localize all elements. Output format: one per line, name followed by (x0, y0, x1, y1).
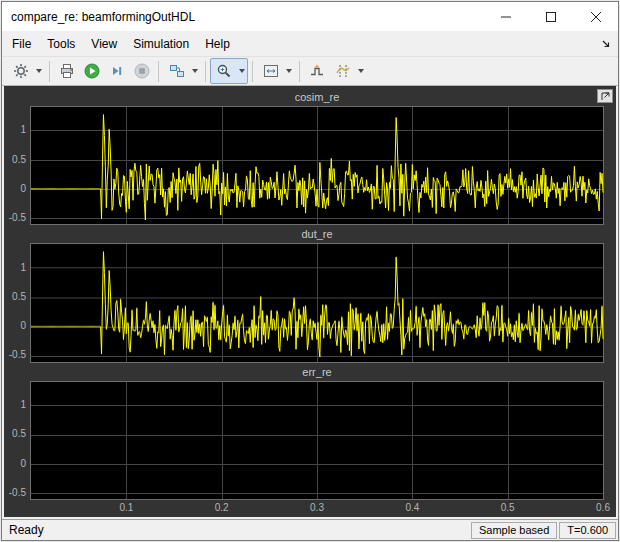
menu-tools[interactable]: Tools (39, 33, 83, 55)
menu-file[interactable]: File (4, 33, 39, 55)
signal-trace-canvas[interactable] (30, 106, 604, 225)
signal-selector-icon (169, 63, 185, 79)
print-button[interactable] (54, 59, 79, 83)
y-axis-labels: 10.50-0.5 (4, 381, 30, 500)
x-axis-labels: 0.10.20.30.40.50.6 (4, 500, 616, 517)
measurements-dropdown[interactable] (355, 59, 366, 83)
signal-selector-split-button (163, 58, 201, 84)
x-tick-label: 0.5 (495, 502, 521, 513)
toolbar-separator (49, 61, 50, 82)
signal-selector-button[interactable] (164, 59, 189, 83)
stop-icon (134, 63, 150, 79)
x-tick-label: 0.6 (590, 502, 616, 513)
x-tick-label: 0.4 (399, 502, 425, 513)
minimize-icon (501, 12, 511, 22)
y-tick-label: 0.5 (12, 291, 26, 303)
maximize-icon (546, 12, 556, 22)
x-tick-label: 0.2 (209, 502, 235, 513)
printer-icon (59, 63, 75, 79)
zoom-button[interactable] (211, 59, 236, 83)
x-tick-label: 0.1 (113, 502, 139, 513)
status-text: Ready (9, 523, 44, 537)
scope-window: compare_re: beamformingOutHDL File Tools… (1, 1, 619, 541)
toolbar-separator (205, 61, 206, 82)
statusbar: Ready Sample based T=0.600 (2, 519, 618, 540)
scope-display-area: cosim_re 10.50-0.5 dut_re 10.50-0.5 err_… (2, 86, 618, 519)
zoom-split-button (210, 58, 248, 84)
maximize-axes-icon[interactable] (597, 89, 613, 103)
toolbar-separator (252, 61, 253, 82)
plot-title: dut_re (4, 225, 616, 243)
plot-axes[interactable] (30, 243, 604, 362)
y-tick-label: 0 (20, 458, 26, 470)
fit-to-view-icon (263, 63, 279, 79)
play-icon (84, 63, 100, 79)
close-button[interactable] (573, 2, 618, 31)
zoom-dropdown[interactable] (236, 59, 247, 83)
plot-axes[interactable] (30, 106, 604, 225)
calipers-icon (335, 63, 351, 79)
y-tick-label: 1 (20, 262, 26, 274)
magnifier-icon (216, 63, 232, 79)
y-tick-label: -0.5 (9, 212, 26, 224)
caret-down-icon (239, 69, 245, 73)
plot-title: err_re (4, 363, 616, 381)
signal-selector-dropdown[interactable] (189, 59, 200, 83)
menubar: File Tools View Simulation Help (2, 31, 618, 56)
menu-simulation[interactable]: Simulation (125, 33, 197, 55)
close-icon (591, 12, 601, 22)
plot-axes[interactable] (30, 381, 604, 500)
y-axis-labels: 10.50-0.5 (4, 106, 30, 225)
settings-dropdown[interactable] (33, 59, 44, 83)
plot-dut-re: dut_re 10.50-0.5 (4, 225, 616, 362)
scope-canvas-background: cosim_re 10.50-0.5 dut_re 10.50-0.5 err_… (4, 86, 616, 517)
y-tick-label: 0 (20, 183, 26, 195)
axes-row: 10.50-0.5 (4, 381, 616, 500)
step-forward-button[interactable] (104, 59, 129, 83)
toolbar-separator (158, 61, 159, 82)
gear-icon (13, 63, 29, 79)
caret-down-icon (286, 69, 292, 73)
titlebar: compare_re: beamformingOutHDL (2, 2, 618, 31)
dock-arrow-icon[interactable] (594, 39, 618, 49)
y-tick-label: 0.5 (12, 154, 26, 166)
window-controls (483, 2, 618, 31)
fit-to-view-button[interactable] (258, 59, 283, 83)
minimize-button[interactable] (483, 2, 528, 31)
x-tick-label: 0.3 (304, 502, 330, 513)
measurements-split-button (329, 58, 367, 84)
step-forward-icon (109, 63, 125, 79)
y-tick-label: 1 (20, 124, 26, 136)
toolbar-separator (299, 61, 300, 82)
run-button[interactable] (79, 59, 104, 83)
y-tick-label: -0.5 (9, 487, 26, 499)
plot-title: cosim_re (4, 88, 616, 106)
signal-trace-canvas[interactable] (30, 381, 604, 500)
caret-down-icon (358, 69, 364, 73)
menu-help[interactable]: Help (197, 33, 238, 55)
y-tick-label: 1 (20, 399, 26, 411)
fit-to-view-dropdown[interactable] (283, 59, 294, 83)
window-title: compare_re: beamformingOutHDL (11, 10, 195, 24)
y-tick-label: -0.5 (9, 349, 26, 361)
caret-down-icon (192, 69, 198, 73)
settings-button[interactable] (8, 59, 33, 83)
y-tick-label: 0.5 (12, 428, 26, 440)
y-axis-labels: 10.50-0.5 (4, 243, 30, 362)
settings-split-button (7, 58, 45, 84)
toolbar (2, 56, 618, 86)
trigger-icon (309, 63, 325, 79)
signal-trace-canvas[interactable] (30, 243, 604, 362)
status-sample-mode: Sample based (471, 522, 557, 539)
y-tick-label: 0 (20, 320, 26, 332)
caret-down-icon (36, 69, 42, 73)
plot-err-re: err_re 10.50-0.5 (4, 363, 616, 500)
plot-cosim-re: cosim_re 10.50-0.5 (4, 88, 616, 225)
menu-view[interactable]: View (83, 33, 125, 55)
axes-row: 10.50-0.5 (4, 243, 616, 362)
stop-button[interactable] (129, 59, 154, 83)
maximize-button[interactable] (528, 2, 573, 31)
cursor-measurements-button[interactable] (330, 59, 355, 83)
trigger-button[interactable] (304, 59, 329, 83)
status-sim-time: T=0.600 (559, 522, 616, 539)
